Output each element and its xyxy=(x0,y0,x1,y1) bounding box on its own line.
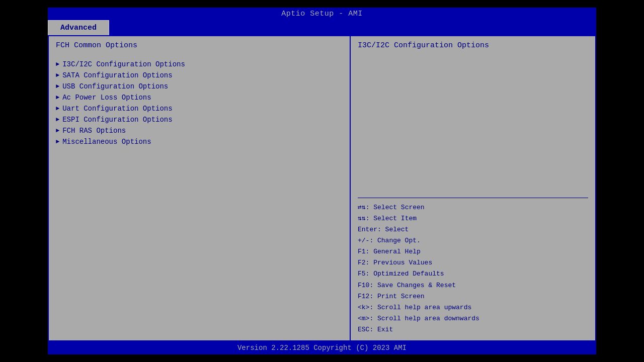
content-area: FCH Common Options ► I3C/I2C Configurati… xyxy=(48,35,596,341)
left-panel-title: FCH Common Options xyxy=(56,41,343,50)
help-title: I3C/I2C Configuration Options xyxy=(358,41,588,50)
key-f5: F5: Optimized Defaults xyxy=(358,268,588,280)
key-f12: F12: Print Screen xyxy=(358,291,588,302)
title-bar: Aptio Setup - AMI xyxy=(48,8,596,20)
key-select-item: ⇅⇅: Select Item xyxy=(358,213,588,224)
arrow-icon: ► xyxy=(56,105,59,112)
menu-item-i3c[interactable]: ► I3C/I2C Configuration Options xyxy=(56,59,343,70)
key-select-screen: ⇄⇅: Select Screen xyxy=(358,202,588,213)
menu-item-acpower[interactable]: ► Ac Power Loss Options xyxy=(56,92,343,103)
left-panel: FCH Common Options ► I3C/I2C Configurati… xyxy=(49,36,351,340)
menu-item-uart[interactable]: ► Uart Configuration Options xyxy=(56,103,343,114)
key-enter: Enter: Select xyxy=(358,224,588,235)
help-content xyxy=(358,55,588,194)
arrow-icon: ► xyxy=(56,116,59,123)
key-m: <m>: Scroll help area downwards xyxy=(358,313,588,324)
arrow-icon: ► xyxy=(56,83,59,90)
nav-bar: Advanced xyxy=(48,20,596,35)
key-f1: F1: General Help xyxy=(358,246,588,257)
key-esc: ESC: Exit xyxy=(358,324,588,335)
arrow-icon: ► xyxy=(56,138,59,145)
arrow-icon: ► xyxy=(56,61,59,68)
key-f2: F2: Previous Values xyxy=(358,257,588,268)
menu-item-sata[interactable]: ► SATA Configuration Options xyxy=(56,70,343,81)
tab-advanced[interactable]: Advanced xyxy=(48,20,109,35)
footer-text: Version 2.22.1285 Copyright (C) 2023 AMI xyxy=(237,344,407,352)
divider xyxy=(358,198,588,198)
key-k: <k>: Scroll help area upwards xyxy=(358,302,588,313)
menu-item-fchras[interactable]: ► FCH RAS Options xyxy=(56,125,343,136)
menu-item-espi[interactable]: ► ESPI Configuration Options xyxy=(56,114,343,125)
arrow-icon: ► xyxy=(56,72,59,79)
key-change-opt: +/-: Change Opt. xyxy=(358,235,588,246)
key-help-section: ⇄⇅: Select Screen ⇅⇅: Select Item Enter:… xyxy=(358,202,588,335)
arrow-icon: ► xyxy=(56,94,59,101)
arrow-icon: ► xyxy=(56,127,59,134)
footer-bar: Version 2.22.1285 Copyright (C) 2023 AMI xyxy=(48,341,596,354)
app-title: Aptio Setup - AMI xyxy=(281,10,363,18)
key-f10: F10: Save Changes & Reset xyxy=(358,280,588,291)
right-panel: I3C/I2C Configuration Options ⇄⇅: Select… xyxy=(351,36,595,340)
menu-item-usb[interactable]: ► USB Configuration Options xyxy=(56,81,343,92)
menu-item-misc[interactable]: ► Miscellaneous Options xyxy=(56,136,343,147)
